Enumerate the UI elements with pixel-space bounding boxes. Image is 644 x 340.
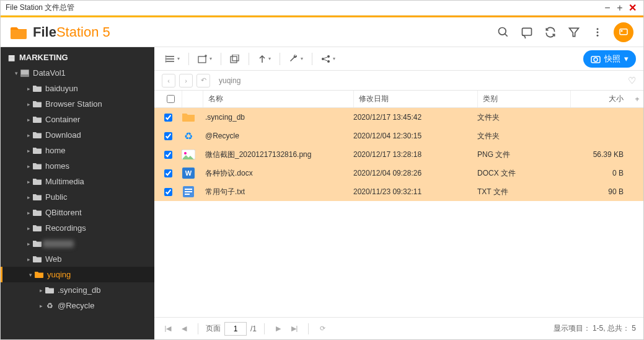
sidebar-item-label bbox=[43, 240, 74, 248]
breadcrumb-path[interactable]: yuqing bbox=[219, 76, 240, 85]
share-button[interactable]: ▾ bbox=[317, 51, 339, 67]
sidebar-item-home[interactable]: ▸home bbox=[1, 143, 154, 158]
file-row[interactable]: .syncing_db 2020/12/17 13:45:42 文件夹 bbox=[154, 108, 643, 127]
select-all-checkbox[interactable] bbox=[167, 95, 175, 103]
sidebar-item-Public[interactable]: ▸Public bbox=[1, 189, 154, 205]
sidebar-subitem-@Recycle[interactable]: ▸♻@Recycle bbox=[1, 298, 154, 313]
file-type: PNG 文件 bbox=[477, 150, 570, 160]
titlebar: File Station 文件总管 − + ✕ bbox=[1, 1, 643, 16]
file-size: 90 B bbox=[570, 187, 631, 196]
sidebar-volume-label: DataVol1 bbox=[33, 68, 66, 78]
sidebar-item-label: QBittorent bbox=[45, 208, 82, 217]
sidebar-item-baiduyun[interactable]: ▸baiduyun bbox=[1, 81, 154, 96]
page-last-button[interactable]: ▶| bbox=[288, 323, 301, 335]
sidebar-item-label: Multimedia bbox=[45, 177, 84, 186]
file-type: TXT 文件 bbox=[477, 187, 570, 197]
favorite-icon[interactable]: ♡ bbox=[628, 75, 636, 86]
file-row[interactable]: ♻ @Recycle 2020/12/04 12:30:15 文件夹 bbox=[154, 127, 643, 145]
maximize-button[interactable]: + bbox=[614, 2, 626, 14]
tools-button[interactable]: ▾ bbox=[285, 51, 307, 67]
folder-icon bbox=[32, 85, 43, 92]
chevron-right-icon: ▸ bbox=[38, 303, 44, 309]
chevron-right-icon: ▸ bbox=[25, 86, 32, 92]
page-first-button[interactable]: |◀ bbox=[162, 323, 174, 335]
col-name[interactable]: 名称 bbox=[203, 91, 353, 107]
add-column-button[interactable]: + bbox=[631, 95, 643, 104]
folder-icon bbox=[32, 178, 43, 185]
sidebar-item-hidden[interactable]: ▸ bbox=[1, 236, 154, 251]
file-size: 56.39 KB bbox=[570, 150, 631, 159]
file-row[interactable]: 微信截图_20201217132816.png 2020/12/17 13:28… bbox=[154, 145, 643, 164]
nav-forward-button[interactable]: › bbox=[179, 74, 193, 87]
camera-icon bbox=[591, 55, 601, 63]
folder-icon bbox=[32, 101, 43, 107]
svg-rect-17 bbox=[198, 56, 206, 63]
col-size[interactable]: 大小 bbox=[570, 91, 631, 107]
svg-line-26 bbox=[324, 57, 327, 58]
page-refresh-button[interactable]: ⟳ bbox=[316, 323, 329, 335]
row-checkbox[interactable] bbox=[164, 169, 172, 177]
sidebar-item-label: Public bbox=[45, 192, 67, 202]
row-checkbox[interactable] bbox=[164, 151, 172, 159]
snapshot-label: 快照 bbox=[604, 53, 620, 65]
svg-line-1 bbox=[505, 34, 508, 36]
sidebar: ▦ MARKETING ▾ DataVol1 ▸baiduyun▸Browser… bbox=[1, 47, 154, 339]
page-prev-button[interactable]: ◀ bbox=[178, 323, 190, 335]
nav-undo-button[interactable]: ↶ bbox=[196, 74, 210, 87]
view-mode-button[interactable]: ▾ bbox=[162, 51, 183, 67]
sidebar-item-label: Container bbox=[45, 115, 80, 124]
search-icon[interactable] bbox=[496, 25, 511, 40]
create-button[interactable]: ▾ bbox=[194, 51, 216, 67]
minimize-button[interactable]: − bbox=[601, 2, 614, 14]
col-date[interactable]: 修改日期 bbox=[353, 91, 477, 107]
recycle-icon: ♻ bbox=[182, 130, 195, 141]
sidebar-item-label: yuqing bbox=[47, 270, 71, 279]
sidebar-item-homes[interactable]: ▸homes bbox=[1, 158, 154, 174]
sidebar-root[interactable]: ▦ MARKETING bbox=[1, 50, 154, 65]
col-type[interactable]: 类别 bbox=[477, 91, 570, 107]
nav-back-button[interactable]: ‹ bbox=[162, 74, 175, 87]
file-row[interactable]: 常用句子.txt 2020/11/23 09:32:11 TXT 文件 90 B bbox=[154, 182, 643, 201]
sidebar-item-Multimedia[interactable]: ▸Multimedia bbox=[1, 174, 154, 189]
file-rows: .syncing_db 2020/12/17 13:45:42 文件夹 ♻ @R… bbox=[154, 108, 643, 317]
table-header: 名称 修改日期 类别 大小 + bbox=[154, 91, 643, 108]
sidebar-item-Download[interactable]: ▸Download bbox=[1, 127, 154, 143]
chevron-down-icon: ▾ bbox=[13, 70, 19, 76]
svg-rect-7 bbox=[620, 29, 627, 34]
upload-button[interactable]: ▾ bbox=[254, 51, 275, 67]
snapshot-button[interactable]: 快照 ▾ bbox=[583, 50, 636, 68]
page-label: 页面 bbox=[206, 323, 221, 334]
file-name: @Recycle bbox=[203, 132, 353, 140]
filter-icon[interactable] bbox=[567, 25, 581, 40]
cast-icon[interactable] bbox=[519, 25, 534, 40]
status-range: 1-5, bbox=[593, 324, 606, 333]
svg-point-15 bbox=[165, 58, 166, 60]
sidebar-item-Recordings[interactable]: ▸Recordings bbox=[1, 220, 154, 236]
folder-icon bbox=[44, 287, 55, 293]
page-next-button[interactable]: ▶ bbox=[272, 323, 285, 335]
sidebar-item-Container[interactable]: ▸Container bbox=[1, 112, 154, 127]
sidebar-item-Browser Station[interactable]: ▸Browser Station bbox=[1, 96, 154, 112]
row-checkbox[interactable] bbox=[164, 114, 172, 122]
sidebar-item-QBittorent[interactable]: ▸QBittorent bbox=[1, 205, 154, 220]
row-checkbox[interactable] bbox=[164, 132, 172, 140]
svg-point-23 bbox=[322, 58, 324, 60]
sidebar-item-label: @Recycle bbox=[58, 301, 94, 310]
status-prefix: 显示项目： bbox=[554, 324, 591, 333]
breadcrumb-bar: ‹ › ↶ yuqing ♡ bbox=[154, 71, 643, 91]
more-icon[interactable] bbox=[590, 25, 605, 40]
svg-line-27 bbox=[324, 60, 327, 61]
file-date: 2020/12/04 09:28:26 bbox=[353, 169, 477, 177]
sidebar-item-yuqing[interactable]: ▾yuqing bbox=[1, 267, 154, 282]
browser-station-icon[interactable] bbox=[614, 22, 633, 42]
page-input[interactable] bbox=[224, 322, 247, 336]
folder-icon bbox=[32, 225, 43, 231]
close-button[interactable]: ✕ bbox=[626, 2, 638, 14]
row-checkbox[interactable] bbox=[164, 188, 172, 196]
sidebar-subitem-.syncing_db[interactable]: ▸.syncing_db bbox=[1, 282, 154, 298]
copy-button[interactable] bbox=[226, 51, 244, 67]
refresh-icon[interactable] bbox=[543, 25, 558, 40]
file-row[interactable]: W 各种协议.docx 2020/12/04 09:28:26 DOCX 文件 … bbox=[154, 164, 643, 182]
sidebar-item-Web[interactable]: ▸Web bbox=[1, 251, 154, 267]
sidebar-volume[interactable]: ▾ DataVol1 bbox=[1, 65, 154, 81]
